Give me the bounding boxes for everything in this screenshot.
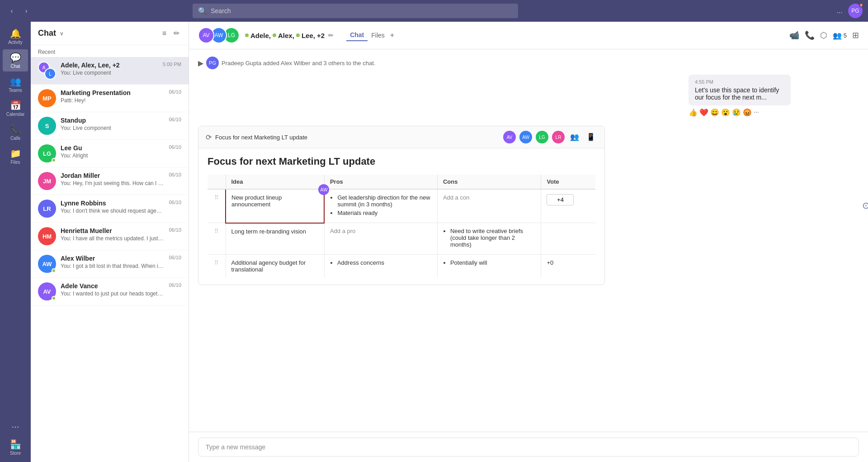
participants-badge[interactable]: 👥 5	[833, 31, 847, 40]
chat-item[interactable]: S Standup You: Live component 06/10	[31, 112, 189, 140]
tab-files[interactable]: Files	[368, 30, 388, 41]
layout-icon[interactable]: ⊞	[852, 30, 859, 40]
chat-preview: You: I wanted to just put our heads toge…	[61, 291, 164, 297]
chat-time: 06/10	[169, 227, 181, 233]
loop-header-title: Focus for next Marketing LT update	[215, 134, 307, 141]
loop-add-participant-icon[interactable]: 👥	[568, 131, 581, 143]
idea-cell-2[interactable]: Long term re-branding vision	[226, 223, 324, 255]
chat-main: AV AW LG Adele, Alex, Lee, +2 ✏ Chat Fil…	[189, 22, 868, 462]
drag-handle[interactable]: ⠿	[208, 255, 226, 278]
online-indicator	[52, 268, 56, 273]
reaction-sad[interactable]: 😢	[732, 108, 741, 117]
chat-input[interactable]: Type a new message	[198, 438, 859, 457]
sidebar-item-calls[interactable]: 📞 Calls	[3, 121, 28, 143]
audio-call-icon[interactable]: 📞	[805, 30, 815, 40]
pros-cell-3[interactable]: Address concerns	[324, 255, 437, 278]
th-drag	[208, 175, 226, 189]
calls-icon: 📞	[10, 124, 21, 135]
vote-count-3: +0	[547, 259, 553, 266]
chat-panel-header: Chat ∨ ≡ ✏	[31, 22, 189, 45]
more-reactions-button[interactable]: ···	[754, 108, 759, 117]
chat-time: 06/10	[169, 172, 181, 177]
chat-info: Lee Gu You: Alright	[61, 144, 164, 159]
pros-item: Get leadership direction for the new sum…	[337, 194, 431, 208]
loop-card-body: Focus for next Marketing LT update Idea …	[198, 148, 604, 285]
add-pro-link[interactable]: Add a pro	[330, 228, 355, 234]
chat-item[interactable]: LR Lynne Robbins You: I don't think we s…	[31, 195, 189, 223]
add-con-link[interactable]: Add a con	[443, 194, 470, 201]
cons-cell-3: Potentially will	[437, 255, 541, 278]
sidebar-item-files[interactable]: 📁 Files	[3, 145, 28, 167]
search-bar[interactable]: 🔍	[193, 4, 518, 18]
chat-title-dropdown-icon[interactable]: ∨	[60, 30, 64, 37]
th-pros: Pros	[324, 175, 437, 189]
cons-cell-2: Need to write creative briefs (could tak…	[437, 223, 541, 255]
online-indicator	[52, 158, 56, 162]
drag-handle[interactable]: ⠿	[208, 223, 226, 255]
chat-item[interactable]: HM Henrietta Mueller You: I have all the…	[31, 223, 189, 250]
sidebar-item-calendar[interactable]: 📅 Calendar	[3, 97, 28, 119]
header-name-adele: Adele,	[250, 32, 271, 39]
chat-item[interactable]: JM Jordan Miller You: Hey, I'm just seei…	[31, 167, 189, 195]
message-bubble: 4:55 PM Let's use this space to identify…	[689, 75, 791, 105]
reaction-thumbsup[interactable]: 👍	[689, 108, 698, 117]
search-input[interactable]	[211, 7, 513, 14]
chat-time: 06/10	[169, 117, 181, 122]
sidebar-item-activity[interactable]: 🔔 Activity	[3, 25, 28, 48]
sidebar-item-chat[interactable]: 💬 Chat	[3, 49, 28, 71]
popout-icon[interactable]: ⬡	[820, 30, 827, 40]
more-options-icon[interactable]: ...	[835, 5, 844, 17]
user-avatar-badge[interactable]: PG 8	[848, 4, 863, 18]
chat-item[interactable]: AV Adele Vance You: I wanted to just put…	[31, 278, 189, 305]
more-icon: ···	[12, 421, 19, 432]
loop-device-icon[interactable]: 📱	[585, 131, 597, 143]
top-bar-right: ... PG 8	[835, 4, 863, 18]
calls-label: Calls	[10, 136, 20, 141]
idea-cell-selected[interactable]: AW New product lineup announcement	[226, 189, 324, 223]
drag-handle[interactable]: ⠿	[208, 189, 226, 223]
chat-preview: You: I got a bit lost in that thread. Wh…	[61, 263, 164, 269]
chat-item[interactable]: AW Alex Wilber You: I got a bit lost in …	[31, 250, 189, 278]
filter-button[interactable]: ≡	[160, 27, 168, 39]
cons-cell-1[interactable]: Add a con	[437, 189, 541, 223]
avatar: HM	[38, 227, 56, 245]
files-icon: 📁	[10, 148, 21, 159]
cons-list-3: Potentially will	[443, 259, 536, 266]
back-button[interactable]: ‹	[5, 5, 18, 17]
idea-cell-3[interactable]: Additional agency budget for translation…	[226, 255, 324, 278]
files-label: Files	[10, 160, 20, 165]
sidebar-item-store[interactable]: 🏪 Store	[3, 436, 28, 458]
sidebar-item-more[interactable]: ···	[3, 419, 28, 434]
chat-item[interactable]: MP Marketing Presentation Patti: Hey! 06…	[31, 85, 189, 112]
chat-header-right: 📹 📞 ⬡ 👥 5 ⊞	[789, 30, 859, 40]
forward-button[interactable]: ›	[20, 5, 33, 17]
teams-icon: 👥	[10, 76, 21, 87]
header-avatar-1: AV	[198, 27, 214, 43]
chat-name: Lee Gu	[61, 144, 164, 152]
chat-preview: You: I don't think we should request age…	[61, 208, 164, 214]
edit-names-icon[interactable]: ✏	[328, 32, 334, 39]
tab-chat[interactable]: Chat	[346, 29, 368, 41]
table-header: Idea Pros Cons Vote	[208, 175, 595, 189]
pros-cell-2[interactable]: Add a pro	[324, 223, 437, 255]
main-layout: 🔔 Activity 💬 Chat 👥 Teams 📅 Calendar 📞 C…	[0, 22, 868, 462]
chat-name: Standup	[61, 117, 164, 124]
cons-item: Need to write creative briefs (could tak…	[450, 228, 536, 248]
table-header-row: Idea Pros Cons Vote	[208, 175, 595, 189]
scroll-indicator: ⊙	[862, 200, 868, 211]
avatar-wrap: AW	[38, 255, 56, 273]
add-tab-button[interactable]: +	[388, 29, 396, 41]
reaction-angry[interactable]: 😡	[743, 108, 752, 117]
video-call-icon[interactable]: 📹	[789, 30, 799, 40]
reaction-smile[interactable]: 😄	[710, 108, 719, 117]
vote-input[interactable]	[547, 194, 574, 205]
chat-item[interactable]: A L Adele, Alex, Lee, +2 You: Live compo…	[31, 57, 189, 85]
reaction-surprised[interactable]: 😮	[721, 108, 730, 117]
reaction-heart[interactable]: ❤️	[699, 108, 708, 117]
chat-item[interactable]: LG Lee Gu You: Alright 06/10	[31, 140, 189, 167]
compose-button[interactable]: ✏	[172, 27, 181, 39]
sidebar-item-teams[interactable]: 👥 Teams	[3, 73, 28, 95]
chat-header: AV AW LG Adele, Alex, Lee, +2 ✏ Chat Fil…	[189, 22, 868, 49]
loop-card-header: ⟳ Focus for next Marketing LT update AV …	[198, 126, 604, 148]
chat-name: Lynne Robbins	[61, 200, 164, 207]
